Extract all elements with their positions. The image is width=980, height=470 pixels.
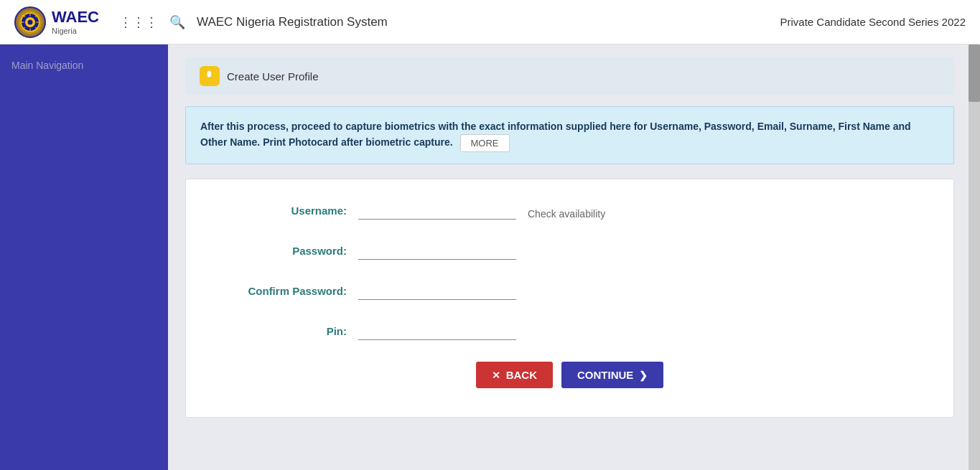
username-row: Username: Check availability (215, 201, 925, 220)
username-input-group: Check availability (358, 201, 605, 220)
logo-emblem (14, 6, 46, 38)
app-header: WAEC Nigeria ⋮⋮⋮ 🔍 WAEC Nigeria Registra… (0, 0, 980, 44)
sidebar-nav-label: Main Navigation (11, 60, 83, 71)
password-label: Password: (215, 245, 358, 257)
continue-button[interactable]: CONTINUE ❯ (561, 362, 663, 388)
search-icon[interactable]: 🔍 (169, 14, 185, 30)
pin-row: Pin: (215, 321, 925, 340)
logo-text: WAEC Nigeria (52, 9, 99, 34)
system-title: WAEC Nigeria Registration System (197, 15, 388, 29)
svg-point-2 (28, 19, 33, 24)
username-label: Username: (215, 205, 358, 217)
confirm-password-input[interactable] (358, 281, 516, 300)
profile-icon (200, 66, 220, 86)
x-icon: ✕ (492, 370, 500, 381)
confirm-password-input-group (358, 281, 516, 300)
confirm-password-row: Confirm Password: (215, 281, 925, 300)
logo-waec: WAEC (52, 9, 99, 26)
info-message: After this process, proceed to capture b… (200, 118, 939, 152)
scrollbar-thumb[interactable] (969, 44, 980, 102)
page-title: Create User Profile (227, 70, 319, 83)
password-input[interactable] (358, 241, 516, 260)
check-availability-link[interactable]: Check availability (528, 208, 605, 220)
pin-input[interactable] (358, 321, 516, 340)
back-button[interactable]: ✕ BACK (476, 362, 553, 388)
password-row: Password: (215, 241, 925, 260)
button-row: ✕ BACK CONTINUE ❯ (215, 362, 925, 388)
username-input[interactable] (358, 201, 516, 220)
pin-label: Pin: (215, 325, 358, 337)
chevron-right-icon: ❯ (639, 370, 648, 381)
sidebar: Main Navigation (0, 44, 168, 470)
logo: WAEC Nigeria (14, 6, 99, 38)
scrollbar[interactable] (969, 44, 980, 470)
page-header-bar: Create User Profile (185, 57, 954, 95)
info-box: After this process, proceed to capture b… (185, 106, 954, 164)
logo-nigeria: Nigeria (52, 27, 99, 35)
form-card: Username: Check availability Password: C… (185, 179, 954, 418)
main-content: Create User Profile After this process, … (168, 44, 969, 470)
pin-input-group (358, 321, 516, 340)
more-button[interactable]: MORE (460, 134, 510, 152)
confirm-password-label: Confirm Password: (215, 285, 358, 297)
grid-icon[interactable]: ⋮⋮⋮ (119, 14, 158, 30)
password-input-group (358, 241, 516, 260)
series-title: Private Candidate Second Series 2022 (780, 16, 966, 28)
